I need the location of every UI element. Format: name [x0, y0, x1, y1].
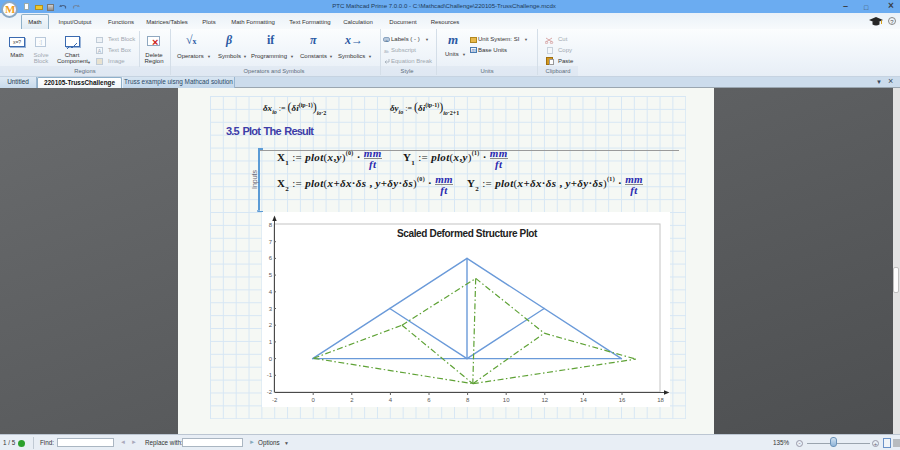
svg-text:6: 6: [427, 397, 431, 403]
svg-text:0: 0: [312, 397, 316, 403]
svg-text:12: 12: [541, 397, 548, 403]
svg-text:8: 8: [466, 397, 470, 403]
svg-text:2: 2: [350, 397, 354, 403]
svg-text:0: 0: [269, 356, 273, 362]
svg-text:5: 5: [269, 272, 273, 278]
svg-text:16: 16: [619, 397, 626, 403]
svg-text:-2: -2: [267, 389, 273, 395]
svg-text:14: 14: [580, 397, 587, 403]
svg-text:2: 2: [269, 322, 273, 328]
svg-text:-2: -2: [272, 397, 278, 403]
svg-text:3: 3: [269, 306, 273, 312]
svg-text:8: 8: [269, 222, 273, 228]
svg-text:18: 18: [657, 397, 664, 403]
svg-text:-1: -1: [267, 372, 273, 378]
svg-text:Scaled Deformed Structure Plot: Scaled Deformed Structure Plot: [397, 228, 538, 239]
svg-text:7: 7: [269, 239, 273, 245]
svg-text:4: 4: [389, 397, 393, 403]
svg-text:1: 1: [269, 339, 273, 345]
svg-text:4: 4: [269, 289, 273, 295]
svg-text:6: 6: [269, 255, 273, 261]
svg-text:10: 10: [503, 397, 510, 403]
